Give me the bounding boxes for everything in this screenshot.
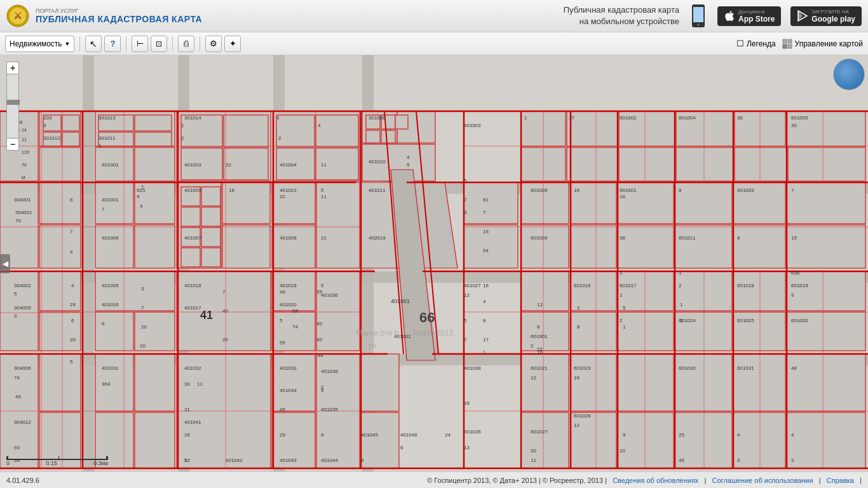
zoom-slider-track[interactable] <box>6 74 19 138</box>
svg-text:22: 22 <box>226 162 231 168</box>
settings-button[interactable]: ⚙ <box>205 36 222 52</box>
svg-text:74: 74 <box>14 375 20 381</box>
footer-link-help[interactable]: Справка <box>827 477 854 484</box>
footer-links: © Госпицентр 2013, © Дата+ 2013 | © Роср… <box>427 477 862 484</box>
svg-rect-85 <box>618 271 674 311</box>
footer-link-agreement[interactable]: Соглашение об использовании <box>712 477 813 484</box>
svg-text:2: 2 <box>181 135 184 141</box>
legend-toggle[interactable]: ☐ Легенда <box>736 39 776 48</box>
svg-rect-97 <box>135 354 175 411</box>
svg-rect-116 <box>787 354 865 411</box>
svg-text:45: 45 <box>679 458 684 463</box>
svg-text:301014: 301014 <box>184 115 201 121</box>
svg-text:601042: 601042 <box>737 470 754 471</box>
print-button[interactable]: ⎙ <box>178 36 194 52</box>
svg-text:301012: 301012 <box>43 135 60 141</box>
map-container[interactable]: 009 76 203 9 301013 301014 9 301008 1 17… <box>0 55 868 471</box>
svg-text:30: 30 <box>184 381 190 387</box>
svg-text:18: 18 <box>464 400 470 406</box>
svg-text:601009: 601009 <box>531 187 548 193</box>
svg-rect-91 <box>787 271 865 311</box>
svg-text:24: 24 <box>445 432 451 438</box>
svg-text:601004: 601004 <box>679 115 696 121</box>
svg-rect-41 <box>676 147 733 181</box>
nav-arrow-left[interactable]: ◀ <box>0 254 10 273</box>
svg-text:401034: 401034 <box>280 388 297 393</box>
svg-rect-26 <box>135 147 175 181</box>
svg-rect-121 <box>62 132 79 146</box>
svg-rect-145 <box>181 248 200 267</box>
svg-text:601005: 601005 <box>791 115 808 121</box>
svg-text:401004: 401004 <box>280 162 297 168</box>
svg-text:636: 636 <box>791 270 800 276</box>
svg-text:601017: 601017 <box>620 283 637 288</box>
toolbar-separator-4 <box>200 36 200 51</box>
dropdown-arrow-icon: ▼ <box>65 41 71 47</box>
svg-text:16: 16 <box>574 375 580 381</box>
left-arrow-icon: ◀ <box>3 259 8 268</box>
svg-text:601002: 601002 <box>620 115 637 121</box>
svg-text:1: 1 <box>679 270 682 276</box>
svg-rect-99 <box>135 412 175 468</box>
svg-text:2: 2 <box>679 283 682 288</box>
cursor-tool-button[interactable]: ↖ <box>85 36 102 52</box>
header: ⚔ ПОРТАЛ УСЛУГ ПУБЛИЧНАЯ КАДАСТРОВАЯ КАР… <box>0 0 868 32</box>
svg-text:9: 9 <box>137 194 140 200</box>
mini-map[interactable] <box>833 58 865 90</box>
header-right: Публичная кадастровая карта на мобильном… <box>564 3 862 29</box>
svg-text:301011: 301011 <box>98 135 116 141</box>
svg-rect-4 <box>693 7 703 22</box>
svg-rect-81 <box>521 271 569 311</box>
svg-text:16: 16 <box>483 283 489 288</box>
svg-text:55: 55 <box>316 289 322 295</box>
svg-text:7: 7 <box>102 207 105 212</box>
svg-text:3: 3 <box>14 313 17 319</box>
svg-text:12: 12 <box>464 292 470 298</box>
footer-link-updates[interactable]: Сведения об обновлениях <box>613 477 698 484</box>
measure-area-button[interactable]: ⊡ <box>151 36 167 52</box>
svg-text:8: 8 <box>737 235 740 241</box>
svg-text:601016: 601016 <box>574 283 591 288</box>
svg-text:48: 48 <box>791 365 797 371</box>
svg-text:26: 26 <box>184 432 190 438</box>
svg-rect-82 <box>521 312 569 351</box>
svg-text:20: 20 <box>140 343 146 349</box>
scale-label-015: 0.15 <box>46 460 57 466</box>
svg-text:40: 40 <box>222 308 228 314</box>
svg-rect-53 <box>222 225 270 268</box>
svg-text:1: 1 <box>98 143 102 149</box>
svg-text:601025: 601025 <box>737 318 754 323</box>
svg-rect-11 <box>788 44 792 48</box>
apple-icon <box>724 10 735 22</box>
svg-rect-111 <box>618 412 674 468</box>
svg-text:401042: 401042 <box>226 458 243 463</box>
property-type-dropdown[interactable]: Недвижимость ▼ <box>5 36 74 52</box>
zoom-in-button[interactable]: + <box>6 62 19 74</box>
app-store-button[interactable]: Доступно в App Store <box>717 6 781 26</box>
extra-settings-button[interactable]: ✦ <box>224 36 241 52</box>
svg-text:2: 2 <box>620 318 623 323</box>
map-control-button[interactable]: Управление картой <box>782 39 863 49</box>
svg-text:601018: 601018 <box>737 283 754 288</box>
svg-rect-123 <box>135 115 172 131</box>
svg-text:304001: 304001 <box>14 197 31 203</box>
svg-rect-107 <box>521 412 569 468</box>
legend-checkbox-icon: ☐ <box>736 39 744 48</box>
google-play-button[interactable]: ЗАГРУЗИТЕ НА Google play <box>790 6 862 26</box>
svg-text:401901: 401901 <box>394 334 411 339</box>
zoom-out-button[interactable]: − <box>6 138 19 151</box>
svg-rect-131 <box>316 115 358 147</box>
svg-text:18: 18 <box>229 187 234 193</box>
svg-text:70: 70 <box>15 218 21 224</box>
measure-tool-button[interactable]: ⊢ <box>132 36 148 52</box>
svg-rect-146 <box>201 248 220 267</box>
svg-text:401001: 401001 <box>102 197 119 203</box>
property-type-label: Недвижимость <box>10 39 62 48</box>
zoom-slider-handle[interactable] <box>7 100 20 105</box>
svg-text:30: 30 <box>791 123 797 128</box>
svg-text:401010: 401010 <box>369 159 386 165</box>
svg-text:4: 4 <box>361 470 364 471</box>
svg-text:401046: 401046 <box>400 432 417 438</box>
svg-text:8: 8 <box>577 324 580 330</box>
info-tool-button[interactable]: ? <box>104 36 121 52</box>
